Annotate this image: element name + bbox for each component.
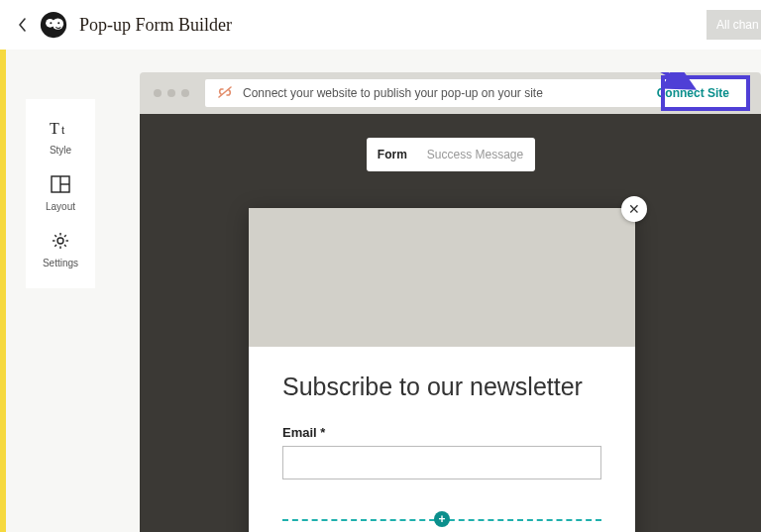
tab-success-message[interactable]: Success Message: [417, 138, 533, 171]
notice-bar: Connect your website to publish your pop…: [205, 79, 747, 107]
preview-area: Connect your website to publish your pop…: [110, 50, 761, 532]
sidebar-item-layout[interactable]: Layout: [26, 165, 95, 222]
svg-line-15: [54, 235, 56, 237]
sidebar-item-label: Layout: [46, 201, 75, 212]
svg-line-16: [64, 245, 66, 247]
preview-viewport: Form Success Message ✕ Subscribe to our …: [140, 114, 761, 532]
type-icon: Tt: [50, 119, 71, 141]
all-changes-button[interactable]: All chan: [707, 10, 761, 40]
svg-text:T: T: [50, 120, 59, 137]
sidebar: Tt Style Layout Settings: [6, 50, 110, 532]
unlinked-icon: [217, 85, 233, 102]
svg-text:t: t: [61, 123, 65, 137]
layout-icon: [51, 175, 70, 197]
svg-point-3: [50, 22, 52, 24]
mailchimp-logo-icon: [40, 11, 67, 39]
window-controls: [154, 89, 189, 97]
email-input[interactable]: [282, 446, 601, 479]
page-title: Pop-up Form Builder: [79, 15, 232, 36]
svg-point-10: [57, 238, 63, 244]
preview-tabs: Form Success Message: [367, 138, 535, 171]
notice-text: Connect your website to publish your pop…: [243, 86, 543, 100]
browser-frame: Connect your website to publish your pop…: [140, 72, 761, 532]
tab-form[interactable]: Form: [368, 138, 417, 171]
svg-line-17: [64, 235, 66, 237]
top-bar: Pop-up Form Builder All chan: [0, 0, 761, 50]
sidebar-item-settings[interactable]: Settings: [26, 222, 95, 278]
back-button[interactable]: [14, 16, 32, 34]
popup-image-placeholder[interactable]: [249, 208, 635, 347]
sidebar-item-label: Settings: [43, 258, 78, 268]
sidebar-item-style[interactable]: Tt Style: [26, 109, 95, 165]
gear-icon: [52, 232, 69, 254]
plus-icon: +: [438, 512, 445, 526]
sidebar-item-label: Style: [50, 145, 71, 156]
add-block-button[interactable]: +: [434, 511, 450, 527]
email-label: Email *: [282, 425, 601, 440]
svg-line-18: [54, 245, 56, 247]
close-icon: ✕: [628, 201, 640, 217]
svg-point-4: [57, 22, 59, 24]
popup-form: ✕ Subscribe to our newsletter Email * +: [249, 208, 635, 532]
popup-title[interactable]: Subscribe to our newsletter: [282, 372, 601, 401]
connect-site-button[interactable]: Connect Site: [651, 82, 735, 104]
close-button[interactable]: ✕: [621, 196, 647, 222]
